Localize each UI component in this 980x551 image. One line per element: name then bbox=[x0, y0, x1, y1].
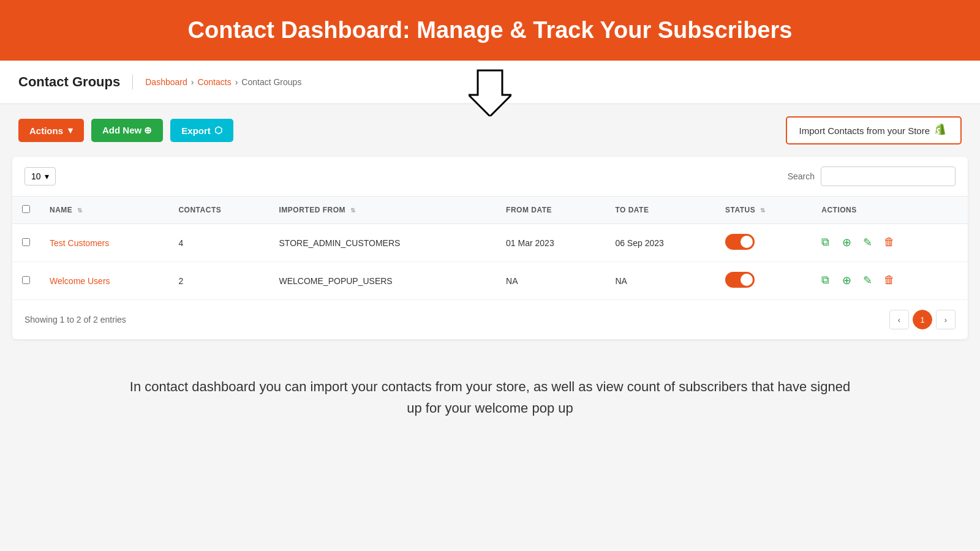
col-header-to-date: TO DATE bbox=[605, 197, 715, 224]
shopify-icon bbox=[935, 124, 948, 137]
status-toggle-0[interactable] bbox=[725, 234, 755, 250]
select-all-checkbox[interactable] bbox=[22, 205, 30, 213]
chevron-down-icon: ▾ bbox=[68, 125, 73, 136]
arrow-indicator bbox=[469, 67, 511, 119]
table-header-row: NAME ⇅ CONTACTS IMPORTED FROM ⇅ FROM DAT… bbox=[12, 197, 968, 224]
row-status-1 bbox=[715, 262, 812, 300]
table-footer: Showing 1 to 2 of 2 entries ‹ 1 › bbox=[12, 300, 968, 339]
table-container: 10 ▾ Search NAME ⇅ CONTACTS IMPORTED FRO… bbox=[12, 157, 968, 339]
copy-icon-1[interactable]: ⧉ bbox=[821, 274, 836, 288]
sort-icon-name: ⇅ bbox=[77, 207, 83, 214]
col-header-status[interactable]: STATUS ⇅ bbox=[715, 197, 812, 224]
add-icon-0[interactable]: ⊕ bbox=[842, 236, 857, 250]
breadcrumb-contact-groups: Contact Groups bbox=[241, 77, 301, 87]
copy-icon-0[interactable]: ⧉ bbox=[821, 236, 836, 250]
page-1-button[interactable]: 1 bbox=[913, 310, 932, 329]
delete-icon-0[interactable]: 🗑 bbox=[884, 236, 899, 250]
table-row: Welcome Users 2 WELCOME_POPUP_USERS NA N… bbox=[12, 262, 968, 300]
row-to-date-1: NA bbox=[605, 262, 715, 300]
breadcrumb-contacts[interactable]: Contacts bbox=[197, 77, 231, 87]
row-imported-from-0: STORE_ADMIN_CUSTOMERS bbox=[270, 224, 497, 262]
pagination: ‹ 1 › bbox=[889, 310, 956, 329]
table-row: Test Customers 4 STORE_ADMIN_CUSTOMERS 0… bbox=[12, 224, 968, 262]
next-page-button[interactable]: › bbox=[936, 310, 956, 329]
prev-page-button[interactable]: ‹ bbox=[889, 310, 909, 329]
search-label: Search bbox=[788, 171, 815, 181]
breadcrumb-sep-1: › bbox=[191, 77, 194, 87]
delete-icon-1[interactable]: 🗑 bbox=[884, 274, 899, 288]
row-checkbox-0[interactable] bbox=[22, 238, 30, 246]
page-title: Contact Groups bbox=[18, 74, 120, 90]
header-banner: Contact Dashboard: Manage & Track Your S… bbox=[0, 0, 980, 61]
col-header-from-date: FROM DATE bbox=[496, 197, 605, 224]
showing-text: Showing 1 to 2 of 2 entries bbox=[24, 315, 126, 324]
breadcrumb-sep-2: › bbox=[235, 77, 238, 87]
breadcrumb-dashboard[interactable]: Dashboard bbox=[145, 77, 187, 87]
breadcrumb-divider bbox=[132, 75, 133, 89]
description-text: In contact dashboard you can import your… bbox=[123, 376, 858, 419]
row-imported-from-1: WELCOME_POPUP_USERS bbox=[270, 262, 497, 300]
per-page-select[interactable]: 10 ▾ bbox=[24, 167, 56, 186]
add-icon-1[interactable]: ⊕ bbox=[842, 274, 857, 288]
export-button[interactable]: Export ⬡ bbox=[170, 119, 233, 142]
col-header-name[interactable]: NAME ⇅ bbox=[40, 197, 168, 224]
row-name-0[interactable]: Test Customers bbox=[40, 224, 168, 262]
row-contacts-1: 2 bbox=[168, 262, 269, 300]
sort-icon-imported: ⇅ bbox=[350, 207, 356, 214]
breadcrumb: Dashboard › Contacts › Contact Groups bbox=[145, 77, 301, 87]
bottom-description: In contact dashboard you can import your… bbox=[0, 351, 980, 443]
page-heading: Contact Dashboard: Manage & Track Your S… bbox=[12, 17, 968, 43]
row-actions-1: ⧉ ⊕ ✎ 🗑 bbox=[812, 262, 968, 300]
row-from-date-1: NA bbox=[496, 262, 605, 300]
col-header-imported-from[interactable]: IMPORTED FROM ⇅ bbox=[270, 197, 497, 224]
edit-icon-1[interactable]: ✎ bbox=[863, 274, 878, 288]
row-checkbox-1[interactable] bbox=[22, 276, 30, 284]
status-toggle-1[interactable] bbox=[725, 272, 755, 288]
row-status-0 bbox=[715, 224, 812, 262]
col-header-contacts: CONTACTS bbox=[168, 197, 269, 224]
row-actions-0: ⧉ ⊕ ✎ 🗑 bbox=[812, 224, 968, 262]
row-contacts-0: 4 bbox=[168, 224, 269, 262]
export-icon: ⬡ bbox=[214, 125, 222, 136]
actions-button[interactable]: Actions ▾ bbox=[18, 119, 84, 142]
sort-icon-status: ⇅ bbox=[760, 207, 766, 214]
search-input[interactable] bbox=[821, 167, 956, 186]
row-name-1[interactable]: Welcome Users bbox=[40, 262, 168, 300]
chevron-down-icon: ▾ bbox=[45, 171, 49, 181]
row-to-date-0: 06 Sep 2023 bbox=[605, 224, 715, 262]
import-button[interactable]: Import Contacts from your Store bbox=[786, 116, 962, 144]
row-from-date-0: 01 Mar 2023 bbox=[496, 224, 605, 262]
svg-marker-0 bbox=[469, 70, 511, 116]
col-header-actions: ACTIONS bbox=[812, 197, 968, 224]
add-new-button[interactable]: Add New ⊕ bbox=[91, 119, 163, 142]
contacts-table: NAME ⇅ CONTACTS IMPORTED FROM ⇅ FROM DAT… bbox=[12, 196, 968, 300]
edit-icon-0[interactable]: ✎ bbox=[863, 236, 878, 250]
table-controls: 10 ▾ Search bbox=[12, 157, 968, 196]
